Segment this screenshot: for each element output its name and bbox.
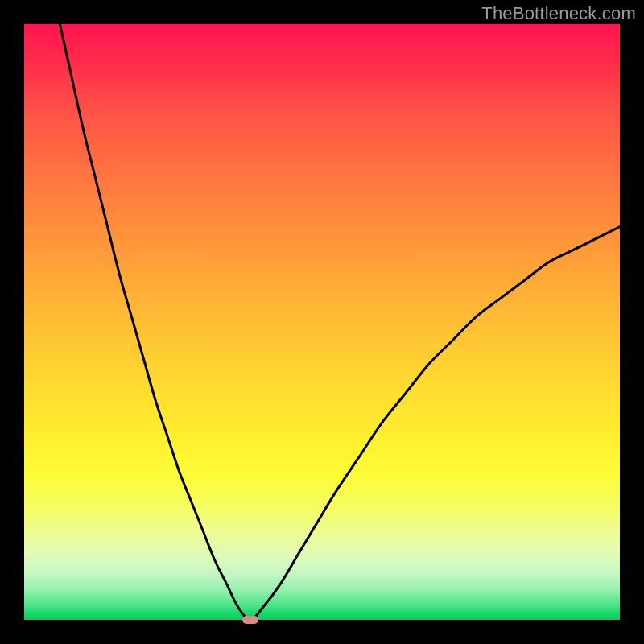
outer-frame: TheBottleneck.com	[0, 0, 644, 644]
bottleneck-curve	[24, 24, 620, 620]
watermark-text: TheBottleneck.com	[481, 3, 636, 24]
optimum-marker	[242, 616, 258, 624]
plot-area	[24, 24, 620, 620]
